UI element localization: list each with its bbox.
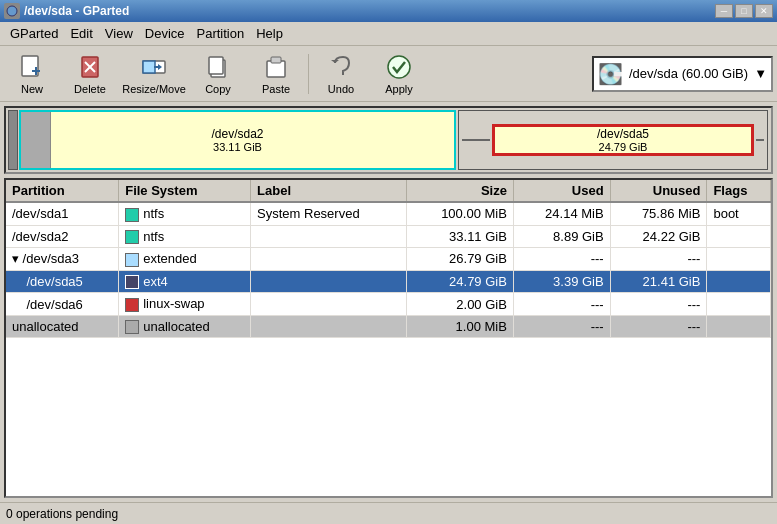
table-body: /dev/sda1ntfsSystem Reserved100.00 MiB24… bbox=[6, 202, 771, 338]
device-selector[interactable]: 💽 /dev/sda (60.00 GiB) ▼ bbox=[592, 56, 773, 92]
pbar-sda5[interactable]: /dev/sda5 24.79 GiB bbox=[492, 124, 754, 156]
cell-unused: 24.22 GiB bbox=[610, 225, 707, 248]
menubar-item-view[interactable]: View bbox=[99, 24, 139, 43]
copy-button[interactable]: Copy bbox=[190, 49, 246, 99]
cell-size: 33.11 GiB bbox=[407, 225, 514, 248]
resize-button[interactable]: Resize/Move bbox=[120, 49, 188, 99]
cell-used: --- bbox=[513, 248, 610, 271]
svg-point-0 bbox=[7, 6, 17, 16]
paste-label: Paste bbox=[262, 83, 290, 95]
cell-partition: /dev/sda1 bbox=[6, 202, 119, 225]
pbar-sda2-label: /dev/sda2 bbox=[211, 127, 263, 141]
cell-filesystem: ext4 bbox=[119, 270, 251, 293]
cell-partition: ▾ /dev/sda3 bbox=[6, 248, 119, 271]
svg-rect-12 bbox=[209, 57, 223, 74]
copy-label: Copy bbox=[205, 83, 231, 95]
paste-icon bbox=[262, 53, 290, 81]
delete-button[interactable]: Delete bbox=[62, 49, 118, 99]
svg-rect-14 bbox=[271, 57, 281, 63]
copy-icon bbox=[204, 53, 232, 81]
col-unused: Unused bbox=[610, 180, 707, 202]
cell-partition: unallocated bbox=[6, 315, 119, 338]
new-button[interactable]: New bbox=[4, 49, 60, 99]
cell-flags bbox=[707, 315, 771, 338]
cell-size: 2.00 GiB bbox=[407, 293, 514, 316]
cell-filesystem: unallocated bbox=[119, 315, 251, 338]
partition-bar: /dev/sda2 33.11 GiB /dev/sda5 24.79 GiB bbox=[4, 106, 773, 174]
apply-label: Apply bbox=[385, 83, 413, 95]
cell-flags bbox=[707, 248, 771, 271]
cell-size: 100.00 MiB bbox=[407, 202, 514, 225]
cell-unused: 75.86 MiB bbox=[610, 202, 707, 225]
menubar-item-partition[interactable]: Partition bbox=[191, 24, 251, 43]
cell-used: 3.39 GiB bbox=[513, 270, 610, 293]
cell-partition: /dev/sda2 bbox=[6, 225, 119, 248]
pbar-sda5-label: /dev/sda5 bbox=[597, 127, 649, 141]
cell-flags bbox=[707, 270, 771, 293]
close-button[interactable]: ✕ bbox=[755, 4, 773, 18]
maximize-button[interactable]: □ bbox=[735, 4, 753, 18]
table-row[interactable]: /dev/sda1ntfsSystem Reserved100.00 MiB24… bbox=[6, 202, 771, 225]
table-row[interactable]: /dev/sda6linux-swap2.00 GiB------ bbox=[6, 293, 771, 316]
col-filesystem: File System bbox=[119, 180, 251, 202]
cell-size: 1.00 MiB bbox=[407, 315, 514, 338]
col-used: Used bbox=[513, 180, 610, 202]
cell-label bbox=[251, 270, 407, 293]
table-row[interactable]: ▾ /dev/sda3extended26.79 GiB------ bbox=[6, 248, 771, 271]
col-flags: Flags bbox=[707, 180, 771, 202]
titlebar-controls[interactable]: ─ □ ✕ bbox=[715, 4, 773, 18]
cell-filesystem: ntfs bbox=[119, 225, 251, 248]
cell-flags bbox=[707, 225, 771, 248]
cell-unused: --- bbox=[610, 293, 707, 316]
cell-label bbox=[251, 293, 407, 316]
delete-icon bbox=[76, 53, 104, 81]
apply-icon bbox=[385, 53, 413, 81]
paste-button[interactable]: Paste bbox=[248, 49, 304, 99]
pbar-sda2[interactable]: /dev/sda2 33.11 GiB bbox=[19, 110, 456, 170]
pbar-sda2-size: 33.11 GiB bbox=[213, 141, 262, 153]
cell-partition: /dev/sda6 bbox=[6, 293, 119, 316]
menubar-item-help[interactable]: Help bbox=[250, 24, 289, 43]
table-row[interactable]: /dev/sda5ext424.79 GiB3.39 GiB21.41 GiB bbox=[6, 270, 771, 293]
delete-label: Delete bbox=[74, 83, 106, 95]
cell-label bbox=[251, 315, 407, 338]
pbar-ext-unalloc-right bbox=[756, 139, 764, 141]
pbar-sda5-size: 24.79 GiB bbox=[599, 141, 648, 153]
minimize-button[interactable]: ─ bbox=[715, 4, 733, 18]
apply-button[interactable]: Apply bbox=[371, 49, 427, 99]
col-partition: Partition bbox=[6, 180, 119, 202]
cell-filesystem: ntfs bbox=[119, 202, 251, 225]
menubar-item-edit[interactable]: Edit bbox=[64, 24, 98, 43]
cell-label bbox=[251, 248, 407, 271]
new-label: New bbox=[21, 83, 43, 95]
cell-label: System Reserved bbox=[251, 202, 407, 225]
status-text: 0 operations pending bbox=[6, 507, 118, 521]
cell-filesystem: linux-swap bbox=[119, 293, 251, 316]
table-row[interactable]: /dev/sda2ntfs33.11 GiB8.89 GiB24.22 GiB bbox=[6, 225, 771, 248]
resize-label: Resize/Move bbox=[122, 83, 186, 95]
undo-button[interactable]: Undo bbox=[313, 49, 369, 99]
cell-partition: /dev/sda5 bbox=[6, 270, 119, 293]
cell-size: 24.79 GiB bbox=[407, 270, 514, 293]
pbar-extended: /dev/sda5 24.79 GiB bbox=[458, 110, 768, 170]
disk-icon: 💽 bbox=[598, 62, 623, 86]
cell-flags bbox=[707, 293, 771, 316]
undo-icon bbox=[327, 53, 355, 81]
table-row[interactable]: unallocatedunallocated1.00 MiB------ bbox=[6, 315, 771, 338]
col-size: Size bbox=[407, 180, 514, 202]
titlebar-title: /dev/sda - GParted bbox=[24, 4, 129, 18]
cell-unused: 21.41 GiB bbox=[610, 270, 707, 293]
cell-flags: boot bbox=[707, 202, 771, 225]
menubar-item-device[interactable]: Device bbox=[139, 24, 191, 43]
col-label: Label bbox=[251, 180, 407, 202]
undo-label: Undo bbox=[328, 83, 354, 95]
pbar-unalloc-left bbox=[8, 110, 18, 170]
resize-icon bbox=[140, 53, 168, 81]
menubar-item-gparted[interactable]: GParted bbox=[4, 24, 64, 43]
cell-filesystem: extended bbox=[119, 248, 251, 271]
cell-used: --- bbox=[513, 315, 610, 338]
cell-unused: --- bbox=[610, 315, 707, 338]
cell-used: 24.14 MiB bbox=[513, 202, 610, 225]
device-selector-text: /dev/sda (60.00 GiB) bbox=[629, 66, 748, 81]
new-icon bbox=[18, 53, 46, 81]
